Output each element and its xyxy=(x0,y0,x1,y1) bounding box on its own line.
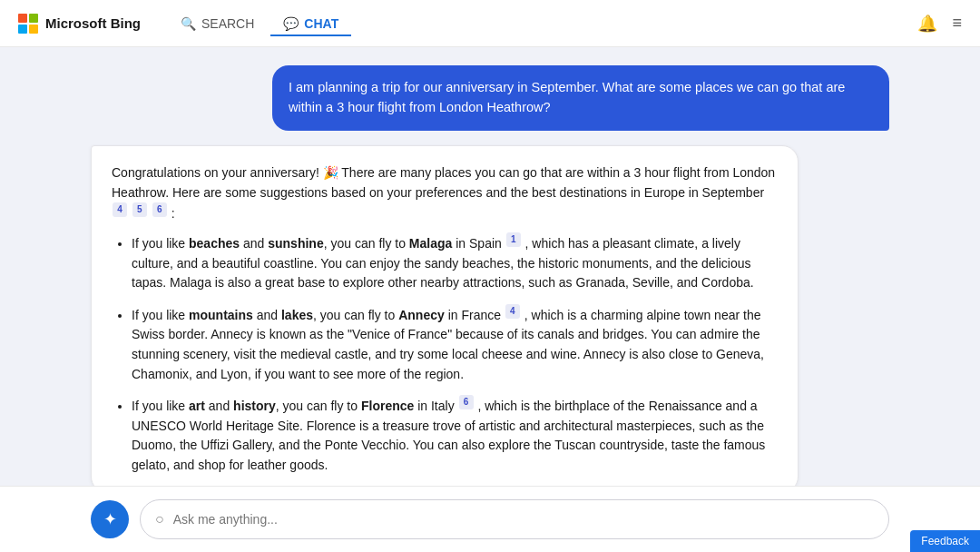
keyword-beaches: beaches xyxy=(189,236,240,251)
bot-bullet-list: If you like beaches and sunshine, you ca… xyxy=(112,232,778,476)
ref-5: 5 xyxy=(132,202,147,217)
feedback-badge[interactable]: Feedback xyxy=(910,530,980,552)
nav-right: 🔔 ≡ xyxy=(917,14,962,34)
search-nav-item[interactable]: 🔍 SEARCH xyxy=(168,11,267,36)
bing-logo xyxy=(18,14,38,34)
user-message: I am planning a trip for our anniversary… xyxy=(272,65,889,131)
microsoft-grid-icon xyxy=(18,14,38,34)
ref-6b: 6 xyxy=(459,395,474,409)
list-item: If you like beaches and sunshine, you ca… xyxy=(132,232,778,293)
bot-message: Congratulations on your anniversary! 🎉 T… xyxy=(91,145,799,487)
input-wrapper: ○ xyxy=(140,499,889,539)
user-message-text: I am planning a trip for our anniversary… xyxy=(289,80,845,114)
input-icon: ○ xyxy=(155,511,164,527)
ref-4: 4 xyxy=(113,202,127,217)
brand-name: Microsoft Bing xyxy=(45,15,141,31)
list-item: If you like mountains and lakes, you can… xyxy=(132,304,778,384)
bing-button[interactable]: ✦ xyxy=(91,500,129,538)
bot-intro-text: Congratulations on your anniversary! 🎉 T… xyxy=(112,163,778,224)
chat-container: I am planning a trip for our anniversary… xyxy=(0,47,980,486)
keyword-sunshine: sunshine xyxy=(268,236,323,251)
chat-input[interactable] xyxy=(173,512,874,527)
list-item: If you like art and history, you can fly… xyxy=(132,395,778,475)
keyword-mountains: mountains xyxy=(189,308,253,322)
keyword-florence: Florence xyxy=(361,399,414,413)
keyword-malaga: Malaga xyxy=(409,236,452,251)
ref-1: 1 xyxy=(506,232,521,247)
topnav: Microsoft Bing 🔍 SEARCH 💬 CHAT 🔔 ≡ xyxy=(0,0,980,47)
input-bar: ✦ ○ xyxy=(0,486,980,552)
keyword-art: art xyxy=(189,399,205,413)
nav-links: 🔍 SEARCH 💬 CHAT xyxy=(168,11,351,36)
keyword-lakes: lakes xyxy=(281,308,313,322)
feedback-label: Feedback xyxy=(921,535,969,547)
keyword-history: history xyxy=(233,399,276,413)
ref-6: 6 xyxy=(152,202,167,217)
ref-4b: 4 xyxy=(505,304,520,319)
notification-icon[interactable]: 🔔 xyxy=(917,14,937,34)
chat-icon: 💬 xyxy=(283,16,299,31)
menu-icon[interactable]: ≡ xyxy=(952,14,962,33)
bing-btn-icon: ✦ xyxy=(103,509,117,529)
brand: Microsoft Bing xyxy=(18,14,141,34)
search-label: SEARCH xyxy=(201,16,254,31)
chat-nav-item[interactable]: 💬 CHAT xyxy=(270,11,351,36)
search-icon: 🔍 xyxy=(181,16,196,31)
keyword-annecy: Annecy xyxy=(398,308,445,322)
chat-label: CHAT xyxy=(304,16,338,31)
